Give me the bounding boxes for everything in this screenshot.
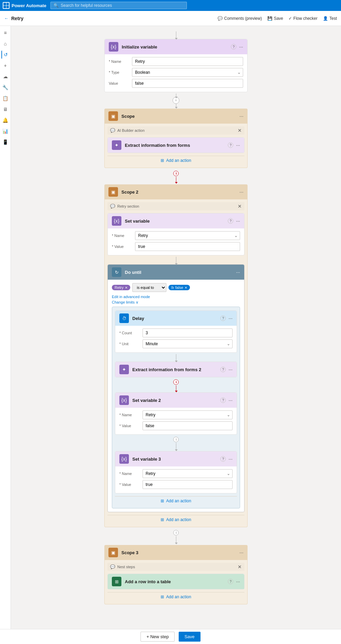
retry-chip-close[interactable]: ✕: [125, 286, 128, 290]
extract-forms1-controls: ? ···: [228, 142, 240, 148]
new-step-button[interactable]: + New step: [140, 632, 174, 642]
init-type-value[interactable]: Boolean: [132, 68, 243, 77]
test-button[interactable]: 👤 Test: [323, 16, 337, 21]
sidebar-icon-lists[interactable]: 📋: [1, 94, 10, 102]
set-var1-value-value[interactable]: true: [135, 242, 240, 251]
set-variable3-help[interactable]: ?: [220, 456, 226, 462]
sidebar-icon-menu[interactable]: ≡: [1, 29, 10, 37]
scope3-add-action[interactable]: ⊞ Add an action: [107, 592, 244, 601]
init-value-label: Value: [109, 81, 129, 85]
sv2-value-row: * Value false: [119, 421, 233, 430]
excel-menu[interactable]: ···: [236, 579, 240, 584]
scope2-sub-text: Retry section: [117, 204, 139, 208]
sv2-name-value[interactable]: Retry: [143, 410, 233, 419]
sidebar-icon-analytics[interactable]: 📊: [1, 127, 10, 135]
sidebar-icon-apps[interactable]: ☁: [1, 72, 10, 81]
sidebar-icon-mobile[interactable]: 📱: [1, 138, 10, 146]
save-button[interactable]: 💾 Save: [267, 16, 283, 21]
scope1-menu[interactable]: ···: [239, 113, 243, 119]
sidebar-icon-monitor[interactable]: 🖥: [1, 105, 10, 113]
init-variable-icon: {x}: [109, 42, 118, 52]
init-name-label: * Name: [109, 59, 129, 64]
init-variable-body: * Name Retry * Type Boolean Value false: [105, 54, 247, 92]
search-bar[interactable]: 🔍 Search for helpful resources: [50, 2, 187, 9]
do-until-body: Retry ✕ is equal to fx false ✕: [108, 280, 244, 512]
scope1-add-action[interactable]: ⊞ Add an action: [107, 156, 244, 165]
scope1-close-btn[interactable]: ✕: [238, 128, 242, 133]
init-variable-menu[interactable]: ···: [239, 44, 243, 50]
save-bottom-button[interactable]: Save: [179, 632, 201, 642]
flow-header-bar: ← Retry 💬 Comments (preview) 💾 Save ✓ Fl…: [0, 11, 341, 26]
extract-forms2-title: Extract information from forms 2: [132, 367, 217, 372]
set-var1-value-row: * Value true: [112, 242, 240, 251]
false-chip[interactable]: fx false ✕: [168, 285, 190, 290]
back-button[interactable]: ←: [4, 16, 9, 21]
edit-advanced-btn[interactable]: Edit in advanced mode: [112, 295, 240, 299]
extract-forms1-help[interactable]: ?: [228, 142, 233, 148]
set-variable1-menu[interactable]: ···: [236, 218, 240, 224]
change-limits-btn[interactable]: Change limits ∨: [112, 300, 240, 305]
sidebar-icon-tools[interactable]: 🔧: [1, 83, 10, 92]
sidebar-icon-add[interactable]: +: [1, 61, 10, 70]
save-icon: 💾: [267, 16, 272, 21]
excel-controls: ? ···: [228, 579, 240, 584]
set-variable2-controls: ? ···: [220, 397, 233, 403]
scope3-menu[interactable]: ···: [239, 550, 243, 555]
set-var1-name-value[interactable]: Retry: [135, 231, 240, 240]
scope3-icon: ▣: [108, 548, 118, 557]
excel-help[interactable]: ?: [228, 579, 233, 584]
sidebar-icon-alerts[interactable]: 🔔: [1, 116, 10, 124]
delay-menu[interactable]: ···: [228, 316, 233, 321]
sidebar-icon-flow[interactable]: ↺: [1, 51, 10, 59]
app-name: Power Automate: [12, 3, 46, 8]
scope2-add-action[interactable]: ⊞ Add an action: [107, 515, 244, 524]
delay-unit-value[interactable]: Minute: [143, 339, 233, 348]
extract-forms2-help[interactable]: ?: [220, 367, 226, 372]
set-var1-name-row: * Name Retry: [112, 231, 240, 240]
sv3-name-value[interactable]: Retry: [143, 469, 233, 478]
flow-checker-button[interactable]: ✓ Flow checker: [288, 16, 317, 21]
sv2-name-row: * Name Retry: [119, 410, 233, 419]
error-circle: ℹ: [173, 171, 179, 176]
set-variable3-body: * Name Retry * Value true: [115, 466, 237, 493]
set-variable3-menu[interactable]: ···: [228, 456, 233, 462]
set-variable2-help[interactable]: ?: [220, 397, 226, 403]
set-variable2-menu[interactable]: ···: [228, 397, 233, 403]
false-chip-close[interactable]: ✕: [184, 286, 187, 290]
init-variable-help[interactable]: ?: [231, 44, 236, 50]
scope3-title: Scope 3: [121, 550, 236, 555]
scope1-sub-text: AI Builder action: [117, 128, 145, 132]
scope2-card: ▣ Scope 2 ··· 💬 Retry section ✕ {x} Set …: [104, 184, 248, 527]
top-navigation-bar: Power Automate 🔍 Search for helpful reso…: [0, 0, 341, 11]
do-until-add-action[interactable]: ⊞ Add an action: [115, 496, 237, 505]
sv2-value-value[interactable]: false: [143, 421, 233, 430]
scope2-close-btn[interactable]: ✕: [238, 204, 242, 209]
excel-card: ⊞ Add a row into a table ? ···: [107, 574, 244, 589]
app-logo: Power Automate: [3, 2, 46, 9]
scope3-close-btn[interactable]: ✕: [238, 564, 242, 570]
init-value-row: Value false: [109, 79, 243, 88]
init-name-value[interactable]: Retry: [132, 57, 243, 66]
delay-help[interactable]: ?: [220, 316, 226, 321]
delay-count-value[interactable]: 3: [143, 328, 233, 337]
logo-icon: [3, 2, 10, 9]
do-until-menu[interactable]: ···: [236, 269, 240, 275]
set-variable1-help[interactable]: ?: [228, 218, 233, 224]
delay-count-label: * Count: [119, 331, 140, 335]
extract-forms1-menu[interactable]: ···: [236, 142, 240, 148]
sidebar-icon-home[interactable]: ⌂: [1, 40, 10, 48]
sv3-value-label: * Value: [119, 482, 140, 487]
set-variable1-card: {x} Set variable ? ··· * Name Retry: [107, 213, 244, 255]
scope3-header: ▣ Scope 3 ···: [104, 545, 248, 560]
condition-row: Retry ✕ is equal to fx false ✕: [112, 283, 240, 292]
extract-forms2-menu[interactable]: ···: [228, 367, 233, 372]
scope2-menu[interactable]: ···: [239, 189, 243, 195]
comments-button[interactable]: 💬 Comments (preview): [218, 16, 262, 21]
sv3-value-value[interactable]: true: [143, 480, 233, 489]
connector-2: +: [173, 94, 179, 107]
condition-select[interactable]: is equal to: [132, 283, 166, 292]
init-value-value[interactable]: false: [132, 79, 243, 88]
retry-chip[interactable]: Retry ✕: [112, 285, 130, 290]
delay-title: Delay: [132, 316, 217, 321]
extract-forms2-icon: ✦: [119, 365, 129, 374]
